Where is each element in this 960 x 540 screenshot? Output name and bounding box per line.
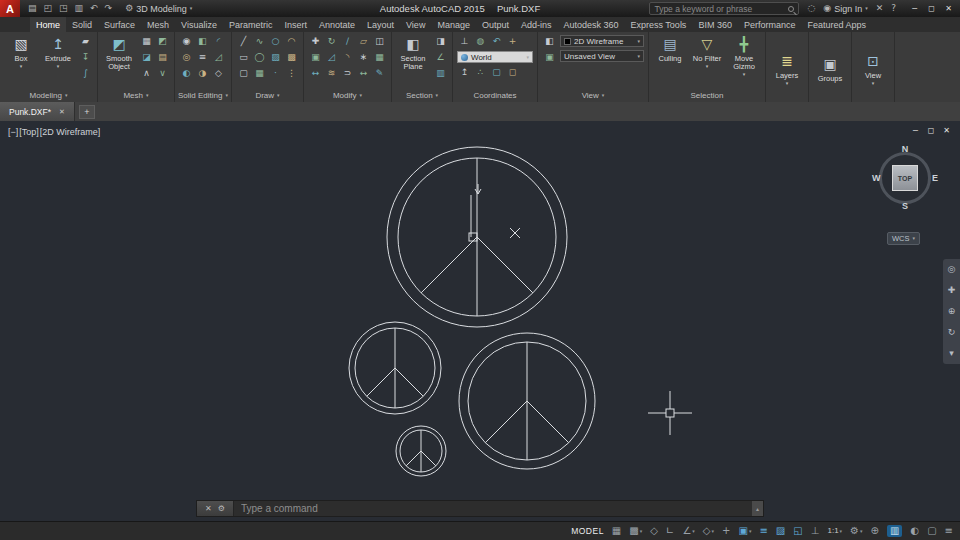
command-close-icon[interactable]: ✕ [205, 504, 212, 513]
object-snap-tracking-toggle[interactable]: + [722, 526, 730, 536]
layers-button[interactable]: ≣ Layers ▾ [770, 51, 804, 86]
ribbon-tab-annotate[interactable]: Annotate [313, 17, 361, 32]
navigation-wheel-icon[interactable]: ◎ [948, 265, 956, 274]
subtract-icon[interactable]: ◎ [179, 50, 194, 65]
viewport-restore-icon[interactable]: ◻ [928, 126, 935, 135]
ribbon-tab-home[interactable]: Home [30, 17, 66, 32]
lineweight-toggle[interactable]: ≡ [759, 526, 767, 536]
ellipse-icon[interactable]: ◯ [252, 50, 267, 65]
hatch-icon[interactable]: ▨ [268, 50, 283, 65]
drawing-canvas[interactable] [0, 121, 960, 521]
viewport-minimize-icon[interactable]: − [912, 126, 919, 135]
trim-icon[interactable]: ∕ [340, 34, 355, 49]
redo-icon[interactable]: ↷ [105, 4, 113, 13]
scale-icon[interactable]: ◿ [324, 50, 339, 65]
mesh-box-icon[interactable]: ▦ [139, 34, 154, 49]
search-box[interactable] [649, 2, 799, 15]
window-close-button[interactable]: ✕ [940, 4, 957, 13]
add-jog-icon[interactable]: ∠ [433, 50, 448, 65]
command-history-grip[interactable]: ▴ [752, 501, 763, 516]
customization-toggle[interactable]: ≡ [945, 526, 953, 536]
ortho-toggle[interactable]: ∟ [666, 526, 674, 536]
offset-edge-icon[interactable]: ◇ [211, 66, 226, 81]
extrude-tool-button[interactable]: ↥ Extrude ▾ [41, 34, 75, 69]
app-button-icon[interactable]: ▤ [28, 4, 37, 13]
add-crease-icon[interactable]: ∧ [139, 66, 154, 81]
thicken-icon[interactable]: ≡ [195, 50, 210, 65]
edit-polyline-icon[interactable]: ✎ [372, 66, 387, 81]
sweep-icon[interactable]: ∫ [78, 66, 93, 81]
ucs-object-icon[interactable]: ◻ [505, 65, 520, 80]
move-icon[interactable]: ✚ [308, 34, 323, 49]
object-snap-toggle[interactable]: ▣▾ [738, 526, 751, 536]
viewcube-north[interactable]: N [902, 145, 909, 154]
ribbon-tab-surface[interactable]: Surface [98, 17, 141, 32]
autodesk-360-icon[interactable]: ◌ [807, 4, 815, 13]
ribbon-tab-view[interactable]: View [400, 17, 431, 32]
line-icon[interactable]: ╱ [236, 34, 251, 49]
viewport-close-icon[interactable]: ✕ [943, 126, 950, 135]
peace-symbol[interactable] [349, 322, 441, 414]
transparency-toggle[interactable]: ▨ [776, 526, 785, 536]
ribbon-tab-visualize[interactable]: Visualize [175, 17, 223, 32]
panel-label-draw[interactable]: Draw▾ [232, 89, 303, 102]
ucs-view-icon[interactable]: ▢ [489, 65, 504, 80]
no-filter-button[interactable]: ▽ No Filter ▾ [690, 34, 724, 69]
command-customize-wrench-icon[interactable]: ⚙ [218, 504, 225, 513]
hardware-acceleration-toggle[interactable]: ▥ [887, 525, 902, 537]
ribbon-tab-insert[interactable]: Insert [278, 17, 313, 32]
box-tool-button[interactable]: ▧ Box ▾ [4, 34, 38, 69]
help-icon[interactable]: ? [891, 4, 896, 13]
pan-icon[interactable]: ✚ [948, 286, 956, 295]
peace-symbol[interactable] [396, 426, 446, 476]
intersect-icon[interactable]: ◐ [179, 66, 194, 81]
groups-button[interactable]: ▣ Groups [813, 54, 847, 83]
viewport-view-control[interactable]: [Top] [19, 127, 39, 137]
ucs-icon[interactable]: ⊥ [457, 34, 472, 49]
ribbon-tab-mesh[interactable]: Mesh [141, 17, 175, 32]
grid-toggle[interactable]: ▦ [612, 526, 621, 536]
presspull-icon[interactable]: ↧ [78, 50, 93, 65]
model-space-toggle[interactable]: MODEL [571, 526, 604, 536]
panel-label-solid-editing[interactable]: Solid Editing▾ [175, 89, 231, 102]
copy-icon[interactable]: ▣ [308, 50, 323, 65]
viewcube-south[interactable]: S [902, 202, 908, 211]
array-icon[interactable]: ▦ [372, 50, 387, 65]
viewport-menu-control[interactable]: [−] [8, 127, 18, 137]
move-gizmo-button[interactable]: ╋ Move Gizmo ▾ [727, 34, 761, 77]
boundary-icon[interactable]: ▢ [236, 66, 251, 81]
workspace-switching-toggle[interactable]: ⚙▾ [850, 526, 862, 536]
remove-crease-icon[interactable]: ∨ [155, 66, 170, 81]
panel-label-modeling[interactable]: Modeling▾ [0, 89, 97, 102]
ucs-z-axis-icon[interactable]: ↥ [457, 65, 472, 80]
ucs-dropdown[interactable]: World ▾ [457, 51, 533, 63]
viewcube-top-face[interactable]: TOP [892, 165, 918, 191]
isolate-objects-toggle[interactable]: ◐ [910, 526, 919, 536]
undo-icon[interactable]: ↶ [90, 4, 98, 13]
generate-section-icon[interactable]: ▥ [433, 66, 448, 81]
search-icon[interactable] [788, 6, 794, 12]
dynamic-ucs-toggle[interactable]: ⊥ [811, 526, 820, 536]
explode-icon[interactable]: ∗ [356, 50, 371, 65]
ribbon-tab-solid[interactable]: Solid [66, 17, 98, 32]
model-space-viewport[interactable]: [−] [Top] [2D Wireframe] − ◻ ✕ N W E S T… [0, 121, 960, 521]
rectangle-icon[interactable]: ▭ [236, 50, 251, 65]
ribbon-tab-express-tools[interactable]: Express Tools [625, 17, 693, 32]
lengthen-icon[interactable]: ↔ [356, 66, 371, 81]
ucs-previous-icon[interactable]: ↶ [489, 34, 504, 49]
taper-faces-icon[interactable]: ◿ [211, 50, 226, 65]
plot-icon[interactable]: ▥ [75, 4, 84, 13]
interfere-icon[interactable]: ◑ [195, 66, 210, 81]
annotation-scale-toggle[interactable]: 1:1▾ [827, 527, 842, 535]
clean-screen-toggle[interactable]: ▢ [927, 526, 936, 536]
peace-symbol[interactable] [459, 333, 595, 469]
visual-styles-icon[interactable]: ◧ [542, 34, 557, 49]
stretch-icon[interactable]: ↔ [308, 66, 323, 81]
mirror-icon[interactable]: ◫ [372, 34, 387, 49]
panel-label-selection[interactable]: Selection [649, 89, 765, 102]
autocad-logo-icon[interactable]: A [0, 0, 20, 17]
ucs-world-icon[interactable]: ◍ [473, 34, 488, 49]
panel-label-modify[interactable]: Modify▾ [304, 89, 391, 102]
culling-button[interactable]: ▤ Culling [653, 34, 687, 63]
window-restore-button[interactable]: ◻ [923, 4, 940, 13]
